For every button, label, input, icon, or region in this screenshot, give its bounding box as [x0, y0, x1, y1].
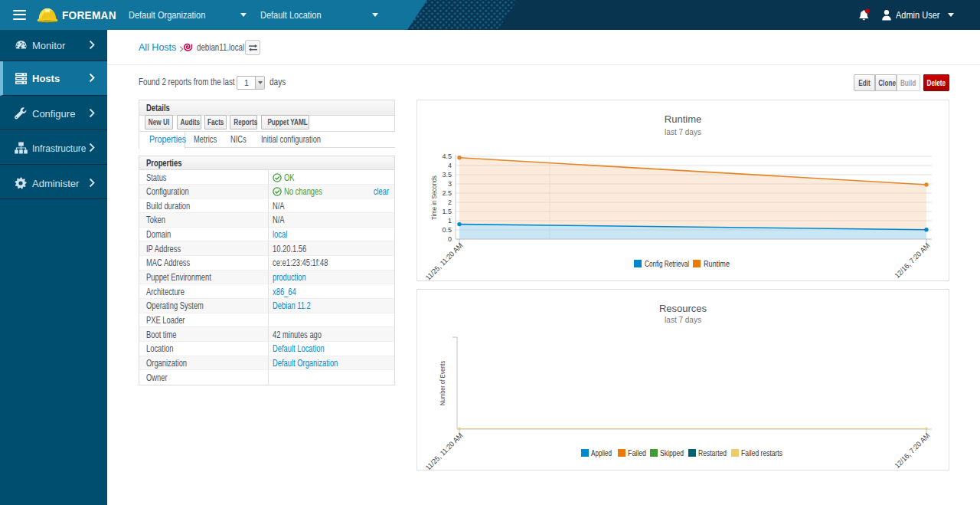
svg-text:Skipped: Skipped	[660, 448, 684, 457]
svg-text:Failed: Failed	[628, 448, 646, 457]
svg-text:2: 2	[448, 198, 452, 206]
svg-text:2.5: 2.5	[442, 189, 452, 197]
svg-text:0: 0	[448, 235, 452, 243]
svg-text:3: 3	[448, 180, 452, 188]
svg-text:Runtime: Runtime	[704, 259, 730, 268]
svg-text:Config Retrieval: Config Retrieval	[645, 259, 689, 268]
svg-text:Number of Events: Number of Events	[439, 361, 446, 405]
svg-text:Failed restarts: Failed restarts	[741, 448, 782, 457]
svg-text:Time in Seconds: Time in Seconds	[430, 175, 438, 220]
svg-text:4.5: 4.5	[442, 152, 452, 160]
svg-text:Applied: Applied	[591, 448, 612, 457]
svg-text:12/16, 7:20 AM: 12/16, 7:20 AM	[893, 431, 931, 470]
svg-text:4: 4	[448, 162, 452, 169]
svg-text:0.5: 0.5	[442, 226, 452, 234]
svg-text:Restarted: Restarted	[698, 448, 727, 457]
svg-text:11/25, 11:20 AM: 11/25, 11:20 AM	[423, 241, 464, 280]
svg-text:1.5: 1.5	[442, 208, 452, 215]
svg-text:1: 1	[448, 217, 452, 225]
svg-text:11/25, 11:20 AM: 11/25, 11:20 AM	[423, 431, 464, 470]
svg-text:12/16, 7:20 AM: 12/16, 7:20 AM	[893, 241, 931, 280]
svg-text:3.5: 3.5	[442, 171, 452, 179]
